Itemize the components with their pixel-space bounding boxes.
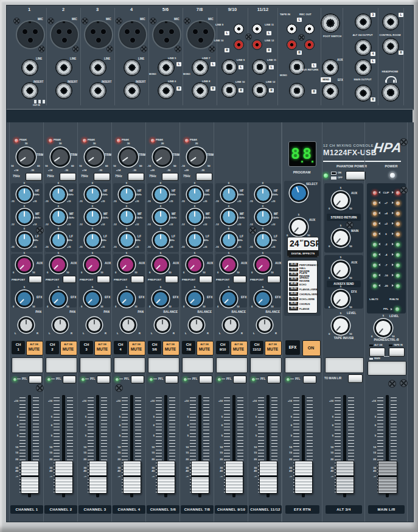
- eq-mf-knob[interactable]: [255, 209, 271, 225]
- prepost-button[interactable]: [267, 276, 280, 283]
- channel-fader[interactable]: [89, 461, 107, 494]
- channel-fader[interactable]: [191, 461, 209, 494]
- prepost-button[interactable]: [233, 276, 246, 283]
- eq-mf-knob[interactable]: [119, 209, 135, 225]
- eq-mf-knob[interactable]: [187, 209, 203, 225]
- efx-send-knob[interactable]: [16, 290, 33, 307]
- trim-knob[interactable]: [119, 147, 138, 167]
- pfl-button[interactable]: [29, 376, 42, 383]
- trim-knob[interactable]: [187, 147, 206, 167]
- trim-knob[interactable]: [51, 147, 70, 167]
- efx-send-knob[interactable]: [50, 290, 67, 307]
- eq-hf-knob[interactable]: [153, 186, 169, 203]
- efx-return-fader[interactable]: [294, 461, 313, 494]
- pfl-button[interactable]: [63, 376, 76, 383]
- aux-send-knob[interactable]: [220, 256, 237, 273]
- channel-fader[interactable]: [123, 461, 141, 494]
- hpf-button[interactable]: [26, 173, 42, 181]
- trim-knob[interactable]: [85, 147, 104, 167]
- mute-button[interactable]: ALT 3/4MUTE: [94, 341, 111, 355]
- to-main-button[interactable]: [348, 374, 363, 383]
- aux-send-knob[interactable]: [186, 256, 203, 273]
- channel-fader[interactable]: [157, 461, 175, 494]
- mute-button[interactable]: ALT 3/4MUTE: [26, 341, 43, 355]
- main-fader[interactable]: [378, 461, 397, 494]
- hpf-button[interactable]: [162, 173, 178, 181]
- eq-lf-knob[interactable]: [119, 232, 135, 248]
- efx-return-aux-knob[interactable]: [290, 218, 308, 236]
- prepost-button[interactable]: [131, 276, 144, 283]
- pan-knob[interactable]: [52, 317, 68, 333]
- pfl-button[interactable]: [199, 376, 212, 383]
- stereo-return-aux-knob[interactable]: [332, 191, 350, 209]
- eq-lf-knob[interactable]: [255, 232, 271, 248]
- trim-knob[interactable]: [16, 147, 36, 167]
- mute-button[interactable]: ALT 3/4MUTE: [197, 341, 214, 355]
- mute-button[interactable]: ALT 3/4MUTE: [128, 341, 145, 355]
- pan-knob[interactable]: [18, 317, 34, 333]
- channel-fader[interactable]: [55, 461, 73, 494]
- channel-fader[interactable]: [259, 461, 277, 494]
- eq-lf-knob[interactable]: [51, 232, 67, 248]
- pan-knob[interactable]: [189, 317, 204, 333]
- aux-send-knob[interactable]: [50, 256, 67, 273]
- efx-send-knob[interactable]: [254, 290, 271, 307]
- eq-lf-knob[interactable]: [85, 232, 101, 248]
- eq-mf-knob[interactable]: [153, 209, 169, 225]
- prepost-button[interactable]: [29, 276, 42, 283]
- efx-send-knob[interactable]: [152, 290, 169, 307]
- aux-send-knob[interactable]: [16, 256, 33, 273]
- master-efx-send-knob[interactable]: [332, 290, 350, 308]
- eq-lf-knob[interactable]: [187, 232, 203, 248]
- eq-hf-knob[interactable]: [221, 186, 237, 203]
- tape-usb-level-knob[interactable]: [332, 317, 350, 335]
- eq-hf-knob[interactable]: [16, 186, 33, 203]
- eq-lf-knob[interactable]: [221, 232, 237, 248]
- eq-hf-knob[interactable]: [187, 186, 203, 203]
- efx-on-button[interactable]: ON: [302, 340, 321, 356]
- pfl-button[interactable]: [165, 376, 178, 383]
- eq-mf-knob[interactable]: [51, 209, 67, 225]
- channel-fader[interactable]: [21, 461, 39, 494]
- master-aux-send-knob[interactable]: [332, 261, 350, 279]
- phones-tape-switch[interactable]: [389, 348, 405, 357]
- eq-mf-knob[interactable]: [221, 209, 237, 225]
- hpf-button[interactable]: [196, 173, 212, 181]
- eq-hf-knob[interactable]: [119, 186, 135, 203]
- aux-send-knob[interactable]: [254, 256, 271, 273]
- eq-hf-knob[interactable]: [51, 186, 67, 203]
- prepost-button[interactable]: [199, 276, 212, 283]
- pan-knob[interactable]: [257, 317, 273, 333]
- hpf-button[interactable]: [60, 173, 76, 181]
- efx-send-knob[interactable]: [186, 290, 203, 307]
- mute-button[interactable]: ALT 3/4MUTE: [60, 341, 77, 355]
- aux-send-knob[interactable]: [152, 256, 169, 273]
- efx-send-knob[interactable]: [118, 290, 135, 307]
- pfl-button[interactable]: [131, 376, 144, 383]
- eq-hf-knob[interactable]: [255, 186, 271, 203]
- pfl-button[interactable]: [303, 376, 316, 383]
- prepost-button[interactable]: [63, 276, 76, 283]
- eq-hf-knob[interactable]: [85, 186, 101, 203]
- efx-send-knob[interactable]: [220, 290, 237, 307]
- hpf-button[interactable]: [128, 173, 144, 181]
- prepost-button[interactable]: [97, 276, 110, 283]
- channel-fader[interactable]: [225, 461, 243, 494]
- pfl-button[interactable]: [97, 376, 110, 383]
- eq-lf-knob[interactable]: [153, 232, 169, 248]
- pan-knob[interactable]: [223, 317, 239, 333]
- alt-fader[interactable]: [336, 461, 354, 494]
- phones-alt-main-switch[interactable]: [369, 348, 385, 357]
- eq-lf-knob[interactable]: [16, 232, 33, 248]
- pan-knob[interactable]: [86, 317, 102, 333]
- program-select-knob[interactable]: [290, 184, 308, 202]
- pan-knob[interactable]: [155, 317, 170, 333]
- pfl-button[interactable]: [233, 376, 246, 383]
- eq-mf-knob[interactable]: [16, 209, 33, 225]
- hpf-button[interactable]: [94, 173, 110, 181]
- efx-send-knob[interactable]: [84, 290, 101, 307]
- mute-button[interactable]: ALT 3/4MUTE: [231, 341, 248, 355]
- aux-send-knob[interactable]: [84, 256, 101, 273]
- trim-knob[interactable]: [153, 147, 172, 167]
- stereo-return-main-knob[interactable]: [332, 229, 350, 247]
